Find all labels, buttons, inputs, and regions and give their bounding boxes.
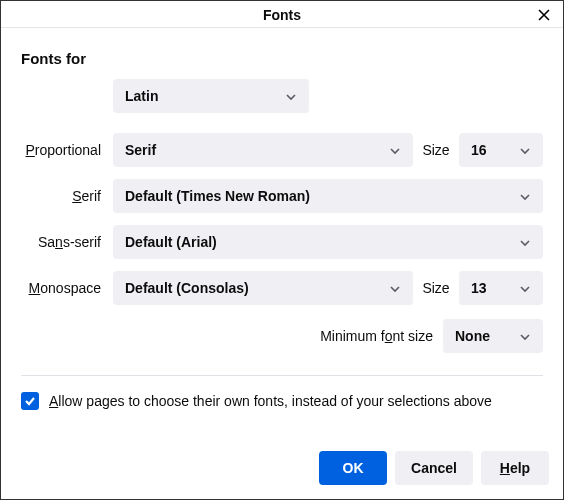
allow-pages-label: Allow pages to choose their own fonts, i…: [49, 393, 492, 409]
fonts-dialog: Fonts Fonts for Latin Proportional Serif…: [0, 0, 564, 500]
chevron-down-icon: [389, 280, 401, 296]
sans-serif-label: Sans-serif: [21, 234, 113, 250]
chevron-down-icon: [285, 88, 297, 104]
monospace-size-label: Size: [413, 280, 459, 296]
monospace-size-value: 13: [471, 280, 487, 296]
proportional-value: Serif: [125, 142, 156, 158]
close-icon: [537, 8, 551, 22]
monospace-size-select[interactable]: 13: [459, 271, 543, 305]
chevron-down-icon: [519, 188, 531, 204]
language-value: Latin: [125, 88, 158, 104]
check-icon: [24, 396, 36, 406]
minimum-font-size-label: Minimum font size: [320, 328, 433, 344]
proportional-select[interactable]: Serif: [113, 133, 413, 167]
dialog-title: Fonts: [263, 7, 301, 23]
section-heading: Fonts for: [21, 50, 543, 67]
chevron-down-icon: [519, 142, 531, 158]
proportional-size-value: 16: [471, 142, 487, 158]
chevron-down-icon: [519, 328, 531, 344]
monospace-value: Default (Consolas): [125, 280, 249, 296]
divider: [21, 375, 543, 376]
sans-serif-value: Default (Arial): [125, 234, 217, 250]
monospace-label: Monospace: [21, 280, 113, 296]
minimum-font-size-select[interactable]: None: [443, 319, 543, 353]
cancel-button[interactable]: Cancel: [395, 451, 473, 485]
serif-value: Default (Times New Roman): [125, 188, 310, 204]
allow-pages-checkbox[interactable]: [21, 392, 39, 410]
close-button[interactable]: [533, 4, 555, 26]
dialog-footer: OK Cancel Help: [1, 437, 563, 499]
serif-select[interactable]: Default (Times New Roman): [113, 179, 543, 213]
language-select[interactable]: Latin: [113, 79, 309, 113]
chevron-down-icon: [519, 280, 531, 296]
proportional-size-label: Size: [413, 142, 459, 158]
help-button[interactable]: Help: [481, 451, 549, 485]
ok-button[interactable]: OK: [319, 451, 387, 485]
dialog-content: Fonts for Latin Proportional Serif Size …: [1, 28, 563, 437]
proportional-size-select[interactable]: 16: [459, 133, 543, 167]
chevron-down-icon: [519, 234, 531, 250]
serif-label: Serif: [21, 188, 113, 204]
titlebar: Fonts: [1, 1, 563, 28]
proportional-label: Proportional: [21, 142, 113, 158]
minimum-font-size-value: None: [455, 328, 490, 344]
chevron-down-icon: [389, 142, 401, 158]
monospace-select[interactable]: Default (Consolas): [113, 271, 413, 305]
sans-serif-select[interactable]: Default (Arial): [113, 225, 543, 259]
